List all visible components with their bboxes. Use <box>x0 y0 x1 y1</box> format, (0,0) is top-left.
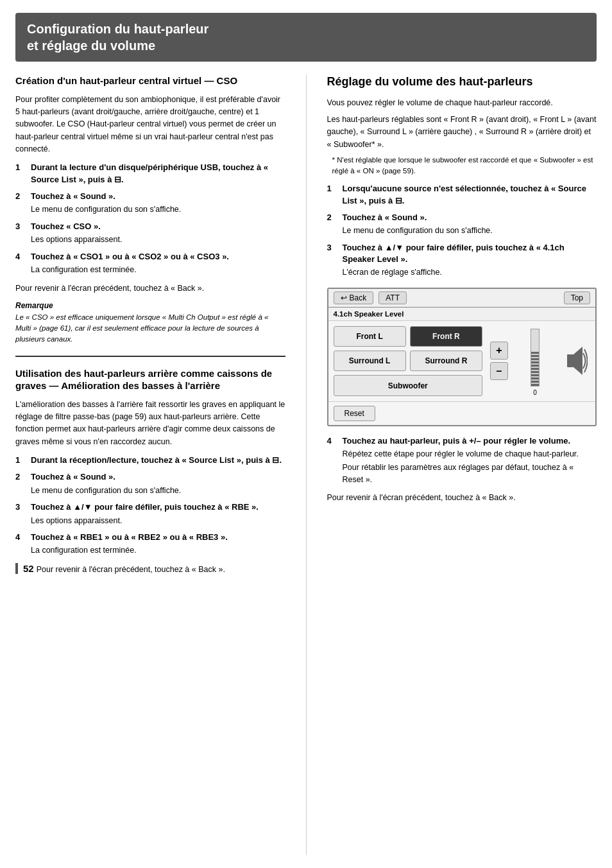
meter-value: 0 <box>533 389 537 396</box>
section1-intro: Pour profiter complètement du son ambiop… <box>15 94 285 156</box>
list-item: 4 Touchez à « RBE1 » ou à « RBE2 » ou à … <box>15 532 285 557</box>
page-number: 52 <box>15 563 34 574</box>
section1-title: Création d'un haut-parleur central virtu… <box>15 74 285 87</box>
page-num-area: 52 Pour revenir à l'écran précédent, tou… <box>15 563 285 580</box>
section2-intro: L'amélioration des basses à l'arrière fa… <box>15 399 285 449</box>
svg-rect-0 <box>567 354 574 367</box>
volume-controls: + – <box>488 326 511 396</box>
speaker-icon-area <box>559 326 590 396</box>
reset-button[interactable]: Reset <box>334 406 375 421</box>
svg-marker-1 <box>574 347 582 375</box>
right-steps: 1 Lorsqu'aucune source n'est sélectionné… <box>327 183 597 278</box>
front-l-button[interactable]: Front L <box>334 326 406 347</box>
section-rbe: Utilisation des haut-parleurs arrière co… <box>15 367 285 580</box>
right-back-note: Pour revenir à l'écran précédent, touche… <box>327 492 597 504</box>
list-item: 2 Touchez à « Sound ». Le menu de config… <box>15 191 285 216</box>
list-item: 2 Touchez à « Sound ». Le menu de config… <box>327 212 597 237</box>
page: Configuration du haut-parleur et réglage… <box>0 0 612 868</box>
section1-back-note: Pour revenir à l'écran précédent, touche… <box>15 282 285 295</box>
two-column-layout: Création d'un haut-parleur central virtu… <box>15 74 597 855</box>
section1-steps: 1 Durant la lecture d'un disque/périphér… <box>15 162 285 275</box>
section2-steps: 1 Durant la réception/lecture, touchez à… <box>15 455 285 557</box>
speaker-grid: Front L Front R Surround L Surround R Su… <box>334 326 483 396</box>
section-cso: Création d'un haut-parleur central virtu… <box>15 74 285 345</box>
back-arrow-icon: ↩ <box>341 293 347 302</box>
footnote: * N'est réglable que lorsque le subwoofe… <box>327 155 597 177</box>
left-column: Création d'un haut-parleur central virtu… <box>15 74 285 855</box>
section1-remark: Remarque Le « CSO » est efficace uniquem… <box>15 301 285 345</box>
surround-l-button[interactable]: Surround L <box>334 351 406 371</box>
volume-plus-button[interactable]: + <box>490 342 508 360</box>
list-item: 3 Touchez à ▲/▼ pour faire défiler, puis… <box>15 501 285 526</box>
speaker-icon <box>562 342 588 380</box>
source-icon2: ⊟ <box>272 455 279 466</box>
panel-subtitle: 4.1ch Speaker Level <box>328 308 596 321</box>
header-banner: Configuration du haut-parleur et réglage… <box>15 13 597 62</box>
surround-r-button[interactable]: Surround R <box>410 351 482 371</box>
list-item: 4 Touchez à « CSO1 » ou à « CSO2 » ou à … <box>15 251 285 276</box>
right-steps-after: 4 Touchez au haut-parleur, puis à +/– po… <box>327 435 597 485</box>
top-button[interactable]: Top <box>564 291 590 304</box>
source-icon3: ⊟ <box>395 195 402 207</box>
subwoofer-button[interactable]: Subwoofer <box>334 375 483 395</box>
panel-header: ↩ Back ATT Top <box>328 289 596 308</box>
section2-back-note: Pour revenir à l'écran précédent, touche… <box>37 564 225 576</box>
back-button[interactable]: ↩ Back <box>334 291 374 304</box>
panel-body: Front L Front R Surround L Surround R Su… <box>328 321 596 401</box>
right-intro2: Les haut-parleurs réglables sont « Front… <box>327 114 597 151</box>
list-item: 3 Touchez « CSO ». Les options apparaiss… <box>15 221 285 246</box>
panel-footer: Reset <box>328 401 596 425</box>
section-divider <box>15 356 285 357</box>
column-divider <box>306 74 307 855</box>
front-r-button[interactable]: Front R <box>410 326 482 347</box>
list-item: 2 Touchez à « Sound ». Le menu de config… <box>15 471 285 496</box>
speaker-level-panel: ↩ Back ATT Top 4.1ch Speaker Level Front… <box>327 288 597 426</box>
section2-title: Utilisation des haut-parleurs arrière co… <box>15 367 285 392</box>
list-item: 1 Lorsqu'aucune source n'est sélectionné… <box>327 183 597 206</box>
right-column: Réglage du volume des haut-parleurs Vous… <box>327 74 597 855</box>
list-item: 1 Durant la lecture d'un disque/périphér… <box>15 162 285 185</box>
list-item: 3 Touchez à ▲/▼ pour faire défiler, puis… <box>327 242 597 279</box>
att-button[interactable]: ATT <box>378 291 407 304</box>
page-title: Configuration du haut-parleur et réglage… <box>27 21 585 54</box>
right-section-title: Réglage du volume des haut-parleurs <box>327 74 597 89</box>
source-icon: ⊟ <box>114 174 121 186</box>
volume-minus-button[interactable]: – <box>490 362 508 380</box>
right-intro1: Vous pouvez régler le volume de chaque h… <box>327 97 597 109</box>
meter-fill <box>531 352 539 386</box>
list-item: 4 Touchez au haut-parleur, puis à +/– po… <box>327 435 597 485</box>
volume-meter: 0 <box>516 326 554 396</box>
meter-track <box>531 329 540 386</box>
list-item: 1 Durant la réception/lecture, touchez à… <box>15 455 285 466</box>
